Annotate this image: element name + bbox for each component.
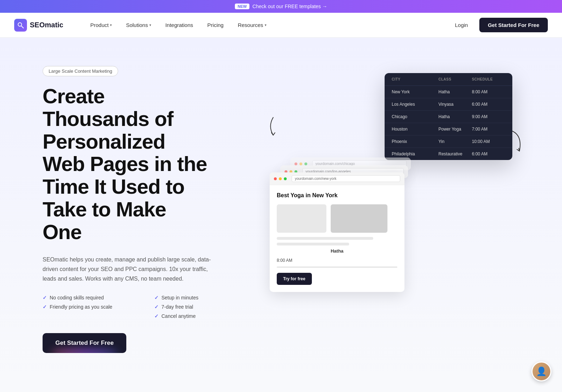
check-item-5	[43, 313, 144, 319]
browser-bar: yourdomain.com/new-york	[270, 172, 404, 185]
window-dot-yellow	[299, 162, 302, 165]
check-item-2: ✓ Setup in minutes	[154, 295, 255, 300]
nav-resources[interactable]: Resources ▾	[232, 19, 272, 31]
yoga-class-label: Hatha	[277, 248, 397, 254]
check-icon: ✓	[154, 295, 159, 300]
window-dot-red	[274, 177, 277, 180]
avatar[interactable]: 👤	[531, 361, 551, 381]
logo-icon	[14, 19, 27, 32]
hero-description: SEOmatic helps you create, manage and pu…	[43, 255, 213, 284]
check-icon: ✓	[154, 313, 159, 319]
table-row: Chicago Hatha 9:00 AM	[385, 111, 512, 123]
banner-text: Check out our FREE templates →	[252, 4, 327, 9]
hero-cta-button[interactable]: Get Started For Free	[43, 333, 126, 353]
placeholder-text	[277, 237, 373, 240]
table-header: CITY CLASS SCHEDULE	[385, 73, 512, 86]
nav-integrations[interactable]: Integrations	[160, 19, 199, 31]
hero-tag: Large Scale Content Marketing	[43, 66, 118, 76]
feature-checklist: ✓ No coding skills required ✓ Setup in m…	[43, 295, 255, 319]
window-dot-green	[284, 177, 287, 180]
placeholder-image-1	[277, 204, 326, 233]
chevron-down-icon: ▾	[110, 23, 112, 27]
browser-content: Best Yoga in New York Hatha 8:00 AM Try …	[270, 185, 404, 292]
svg-line-1	[21, 26, 23, 28]
schedule-time: 8:00 AM	[277, 258, 397, 263]
placeholder-text	[277, 243, 349, 245]
browser-url: yourdomain.com/new-york	[292, 175, 400, 182]
chevron-down-icon: ▾	[149, 23, 151, 27]
data-table-card: CITY CLASS SCHEDULE New York Hatha 8:00 …	[385, 73, 512, 160]
hero-headline: Create Thousands of Personalized Web Pag…	[43, 85, 255, 243]
hero-section: Large Scale Content Marketing Create Tho…	[0, 38, 562, 381]
window-dot-green	[304, 162, 307, 165]
col-city: CITY	[392, 77, 439, 81]
check-icon: ✓	[154, 304, 159, 310]
placeholder-image-2	[331, 204, 387, 233]
schedule-bar	[277, 266, 397, 268]
check-icon: ✓	[43, 304, 47, 310]
nav-right: Login Get Started For Free	[449, 18, 548, 32]
nav-pricing[interactable]: Pricing	[202, 19, 229, 31]
check-item-6: ✓ Cancel anytime	[154, 313, 255, 319]
check-item-4: ✓ 7-day free trial	[154, 304, 255, 310]
browser-window-ny: yourdomain.com/new-york Best Yoga in New…	[270, 172, 404, 292]
check-item-1: ✓ No coding skills required	[43, 295, 144, 300]
banner-badge: NEW	[235, 4, 250, 9]
browser-stack: yourdomain.com/chicago yourdomain.com/lo…	[270, 172, 404, 292]
browser-page-title: Best Yoga in New York	[277, 192, 397, 199]
chevron-down-icon: ▾	[265, 23, 266, 27]
table-row: Phoenix Yin 10:00 AM	[385, 136, 512, 148]
image-row	[277, 204, 397, 233]
window-dot-yellow	[279, 177, 282, 180]
hero-visuals: CITY CLASS SCHEDULE New York Hatha 8:00 …	[277, 66, 534, 279]
hero-left: Large Scale Content Marketing Create Tho…	[43, 59, 255, 353]
check-icon: ✓	[43, 295, 47, 300]
login-button[interactable]: Login	[449, 19, 474, 31]
top-banner[interactable]: NEW Check out our FREE templates →	[0, 0, 562, 13]
col-schedule: SCHEDULE	[472, 77, 505, 81]
col-class: CLASS	[439, 77, 472, 81]
logo[interactable]: SEOmatic	[14, 19, 63, 32]
table-row: Los Angeles Vinyasa 6:00 AM	[385, 98, 512, 111]
table-row: New York Hatha 8:00 AM	[385, 86, 512, 98]
nav-links: Product ▾ Solutions ▾ Integrations Prici…	[84, 19, 435, 31]
try-free-button[interactable]: Try for free	[277, 273, 312, 285]
nav-product[interactable]: Product ▾	[84, 19, 117, 31]
check-item-3: ✓ Friendly pricing as you scale	[43, 304, 144, 310]
arrow-left-icon	[266, 116, 280, 138]
nav-solutions[interactable]: Solutions ▾	[120, 19, 157, 31]
navbar: SEOmatic Product ▾ Solutions ▾ Integrati…	[0, 13, 562, 38]
logo-text: SEOmatic	[30, 21, 63, 29]
window-dot-red	[294, 162, 297, 165]
nav-cta-button[interactable]: Get Started For Free	[479, 18, 548, 32]
table-row: Houston Power Yoga 7:00 AM	[385, 123, 512, 136]
